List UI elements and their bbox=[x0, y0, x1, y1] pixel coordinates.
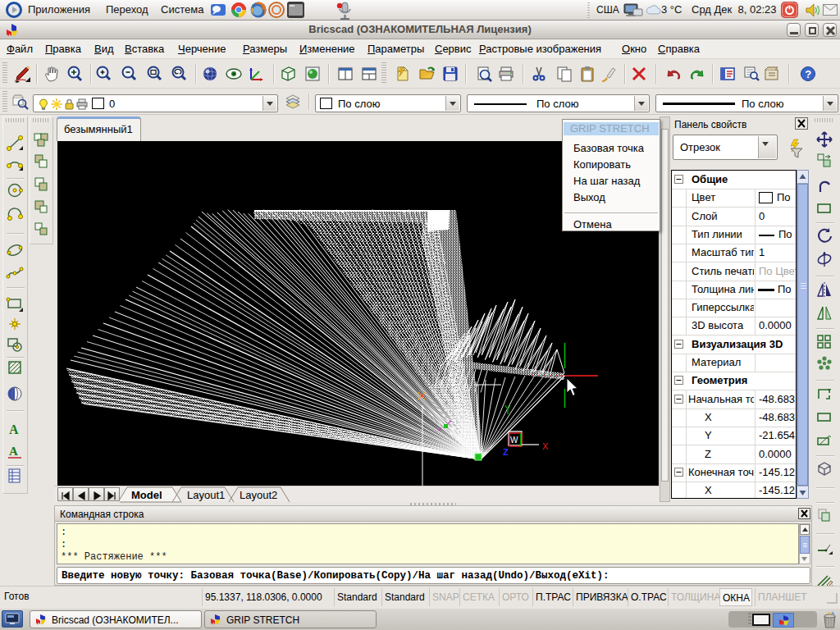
svg-text:X: X bbox=[542, 441, 549, 451]
svg-text:A: A bbox=[9, 445, 18, 458]
svg-text:Z: Z bbox=[503, 447, 509, 457]
svg-text:W: W bbox=[510, 436, 518, 445]
svg-text:Layout2: Layout2 bbox=[240, 489, 277, 501]
svg-text:A: A bbox=[9, 422, 19, 436]
svg-text:?: ? bbox=[805, 68, 811, 80]
svg-text:Layout1: Layout1 bbox=[187, 489, 225, 501]
svg-text:Model: Model bbox=[131, 489, 162, 501]
